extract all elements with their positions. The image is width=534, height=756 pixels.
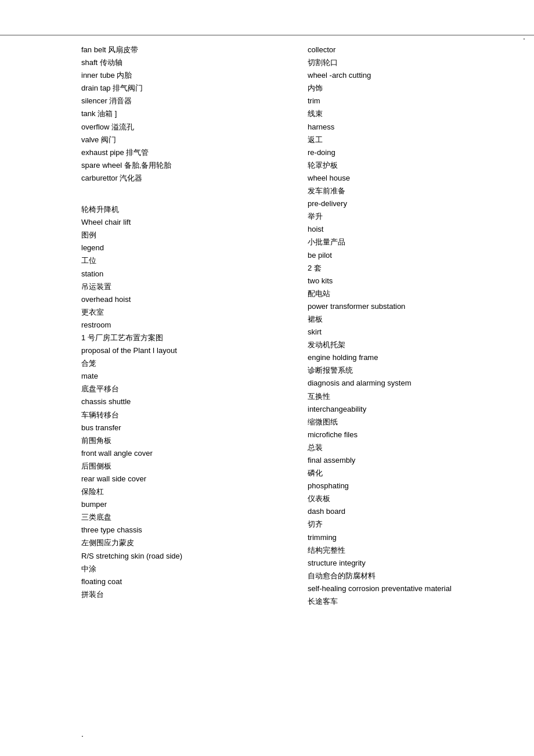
list-item: 裙板 [308,313,511,326]
list-item: structure integrity [308,557,511,570]
list-item: phosphating [308,480,511,492]
right-column: collector切割轮口wheel -arch cutting内饰trim线束… [296,44,511,608]
list-item: bumper [81,498,284,511]
list-item: bus transfer [81,422,284,434]
list-item: hoist [308,223,511,236]
list-item: valve 阀门 [81,134,284,146]
spacer [81,194,284,203]
list-item: 中涂 [81,563,284,575]
list-item: 后围侧板 [81,460,284,473]
list-item: rear wall side cover [81,473,284,485]
list-item: wheel -arch cutting [308,69,511,82]
list-item: 结构完整性 [308,544,511,557]
list-item: 总装 [308,441,511,454]
list-item: proposal of the Plant I layout [81,344,284,357]
list-item: inner tube 内胎 [81,69,284,82]
list-item: 2 套 [308,262,511,275]
list-item: 底盘平移台 [81,383,284,395]
list-item: Wheel chair lift [81,216,284,229]
bottom-left-dot: . [81,729,84,739]
list-item: legend [81,242,284,254]
list-item: R/S stretching skin (road side) [81,550,284,563]
list-item: 举升 [308,210,511,223]
list-item: two kits [308,275,511,287]
list-item: 长途客车 [308,595,511,608]
list-item: 1 号厂房工艺布置方案图 [81,332,284,344]
list-item: carburettor 汽化器 [81,172,284,185]
list-item: 轮椅升降机 [81,203,284,216]
list-item: 缩微图纸 [308,416,511,429]
list-item: three type chassis [81,524,284,537]
list-item: 线束 [308,107,511,120]
list-item: wheel house [308,172,511,185]
list-item: overflow 溢流孔 [81,121,284,134]
list-item: spare wheel 备胎,备用轮胎 [81,159,284,172]
list-item: skirt [308,326,511,339]
list-item: final assembly [308,454,511,467]
list-item: 吊运装置 [81,280,284,293]
list-item: 更衣室 [81,306,284,319]
list-item: 诊断报警系统 [308,364,511,377]
list-item: station [81,268,284,280]
list-item: shaft 传动轴 [81,56,284,69]
list-item: 拼装台 [81,588,284,601]
list-item: 工位 [81,254,284,267]
list-item: interchangeability [308,403,511,416]
list-item: power transformer substation [308,300,511,313]
list-item: 三类底盘 [81,511,284,524]
list-item: restroom [81,319,284,332]
list-item: 内饰 [308,82,511,95]
list-item: dash board [308,505,511,518]
list-item: 互换性 [308,390,511,403]
top-border [0,35,534,35]
list-item: 磷化 [308,467,511,480]
list-item: chassis shuttle [81,395,284,408]
list-item: 图例 [81,229,284,242]
list-item: 切齐 [308,518,511,531]
list-item: 保险杠 [81,485,284,498]
list-item: 自动愈合的防腐材料 [308,570,511,582]
list-item: 发动机托架 [308,339,511,351]
list-item: trim [308,95,511,107]
list-item: pre-delivery [308,197,511,210]
list-item: 配电站 [308,287,511,300]
list-item: microfiche files [308,429,511,441]
top-right-dot: . [523,32,525,41]
list-item: 左侧围应力蒙皮 [81,537,284,549]
list-item: mate [81,370,284,383]
list-item: 合笼 [81,357,284,370]
list-item: diagnosis and alarming system [308,377,511,390]
list-item: fan belt 风扇皮带 [81,44,284,56]
list-item: collector [308,44,511,56]
list-item: 车辆转移台 [81,409,284,422]
list-item: front wall angle cover [81,447,284,460]
list-item: 返工 [308,134,511,146]
list-item: 切割轮口 [308,56,511,69]
list-item: exhaust pipe 排气管 [81,146,284,159]
list-item: re-doing [308,146,511,159]
list-item: engine holding frame [308,351,511,364]
list-item: be pilot [308,249,511,262]
list-item: floating coat [81,575,284,588]
left-column: fan belt 风扇皮带shaft 传动轴inner tube 内胎drain… [81,44,296,608]
list-item: 前围角板 [81,434,284,447]
list-item: silencer 消音器 [81,95,284,107]
list-item: 轮罩护板 [308,159,511,172]
list-item: self-healing corrosion preventative mate… [308,582,511,595]
list-item: 仪表板 [308,492,511,505]
spacer [81,185,284,194]
list-item: harness [308,121,511,134]
list-item: tank 油箱 ] [81,107,284,120]
list-item: drain tap 排气阀门 [81,82,284,95]
list-item: overhead hoist [81,293,284,306]
list-item: 发车前准备 [308,185,511,197]
list-item: 小批量产品 [308,236,511,249]
list-item: trimming [308,531,511,544]
